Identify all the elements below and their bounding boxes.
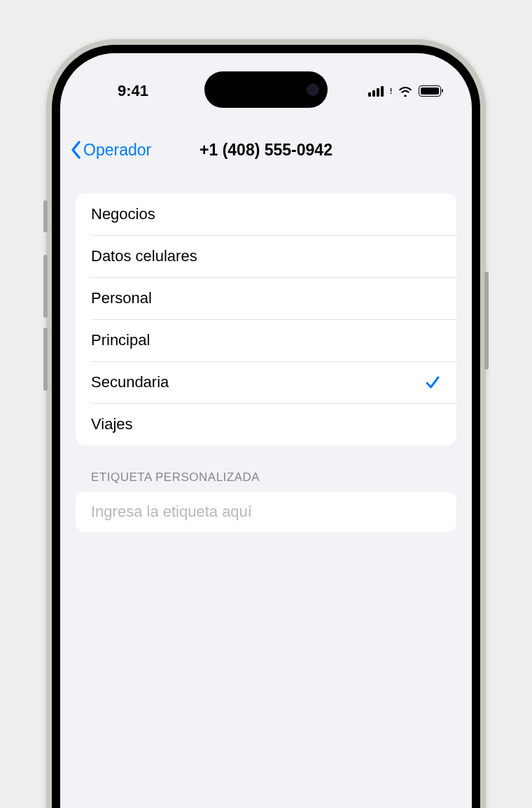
screen: 9:41 ! <box>60 53 472 808</box>
label-text: Datos celulares <box>91 247 197 265</box>
power-button <box>484 272 489 370</box>
front-camera <box>307 83 319 96</box>
label-option-datos-celulares[interactable]: Datos celulares <box>76 235 456 277</box>
label-list: Negocios Datos celulares Personal Princi… <box>76 193 456 445</box>
dual-sim-icon: ! <box>390 87 392 95</box>
label-text: Negocios <box>91 205 155 223</box>
custom-label-group <box>76 492 456 532</box>
nav-bar: Operador +1 (408) 555-0942 <box>60 130 472 169</box>
custom-label-input[interactable] <box>91 492 441 532</box>
phone-bezel: 9:41 ! <box>52 45 480 808</box>
phone-frame: 9:41 ! <box>46 39 486 808</box>
silence-switch <box>43 200 48 232</box>
back-button[interactable]: Operador <box>70 140 151 160</box>
label-text: Personal <box>91 289 152 307</box>
checkmark-icon <box>424 374 441 391</box>
label-text: Secundaria <box>91 373 169 391</box>
content-area: Negocios Datos celulares Personal Princi… <box>60 179 472 532</box>
volume-up-button <box>43 255 48 318</box>
dynamic-island <box>204 71 328 108</box>
battery-icon <box>419 85 441 97</box>
status-indicators: ! <box>336 85 441 97</box>
wifi-icon <box>398 85 413 97</box>
status-time: 9:41 <box>91 82 175 100</box>
label-option-negocios[interactable]: Negocios <box>76 193 456 235</box>
custom-label-header: ETIQUETA PERSONALIZADA <box>91 471 456 485</box>
back-label: Operador <box>83 141 151 160</box>
label-option-principal[interactable]: Principal <box>76 319 456 361</box>
label-text: Viajes <box>91 415 133 433</box>
volume-down-button <box>43 328 48 391</box>
label-text: Principal <box>91 331 150 349</box>
label-option-viajes[interactable]: Viajes <box>76 403 456 445</box>
chevron-left-icon <box>70 140 82 160</box>
label-option-personal[interactable]: Personal <box>76 277 456 319</box>
cellular-signal-icon <box>368 85 384 97</box>
label-option-secundaria[interactable]: Secundaria <box>76 361 456 403</box>
